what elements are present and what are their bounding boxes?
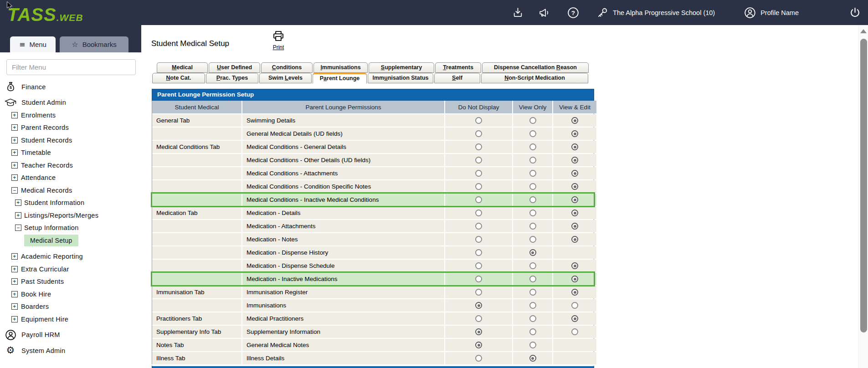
expand-icon[interactable]: +: [11, 162, 18, 169]
school-selector[interactable]: The Alpha Progressive School (10): [596, 6, 715, 20]
radio-do-not-display[interactable]: [475, 170, 482, 177]
radio-view-only[interactable]: [529, 262, 536, 269]
radio-view-only[interactable]: [529, 130, 536, 137]
expand-icon[interactable]: +: [11, 316, 18, 322]
expand-icon[interactable]: +: [11, 266, 18, 272]
sidebar-item-student-records[interactable]: +Student Records: [0, 134, 141, 147]
download-icon[interactable]: [511, 6, 524, 20]
radio-do-not-display[interactable]: [475, 196, 482, 203]
page-scrollbar[interactable]: [858, 25, 868, 368]
expand-icon[interactable]: +: [11, 124, 18, 131]
sidebar-item-student-admin[interactable]: Student Admin: [0, 97, 141, 109]
tab-prac-types[interactable]: Prac. Types: [206, 73, 258, 83]
expand-icon[interactable]: +: [15, 199, 21, 206]
radio-view-only[interactable]: [529, 355, 536, 362]
radio-do-not-display[interactable]: [475, 262, 482, 269]
sidebar-item-medical-setup[interactable]: Medical Setup: [0, 234, 141, 247]
radio-do-not-display[interactable]: [475, 342, 482, 348]
sidebar-item-setup-information[interactable]: −Setup Information: [0, 222, 141, 235]
radio-view-edit[interactable]: [571, 196, 578, 203]
sidebar-item-boarders[interactable]: +Boarders: [0, 301, 141, 313]
radio-do-not-display[interactable]: [475, 130, 482, 137]
radio-do-not-display[interactable]: [475, 302, 482, 309]
radio-do-not-display[interactable]: [475, 355, 482, 362]
menu-tab[interactable]: ≡ Menu: [10, 36, 56, 52]
radio-do-not-display[interactable]: [475, 289, 482, 296]
radio-view-edit[interactable]: [571, 289, 578, 296]
radio-view-only[interactable]: [529, 183, 536, 190]
tab-supplementary[interactable]: Supplementary: [369, 62, 434, 73]
expand-icon[interactable]: +: [11, 278, 18, 285]
tab-medical[interactable]: Medical: [157, 62, 208, 73]
tab-parent-lounge[interactable]: Parent Lounge: [313, 73, 367, 84]
radio-do-not-display[interactable]: [475, 315, 482, 322]
radio-view-edit[interactable]: [571, 210, 578, 216]
collapse-icon[interactable]: −: [11, 187, 18, 194]
radio-view-edit[interactable]: [571, 236, 578, 243]
help-icon[interactable]: ?: [566, 6, 580, 20]
expand-icon[interactable]: +: [11, 137, 18, 143]
expand-icon[interactable]: +: [11, 253, 18, 260]
radio-view-edit[interactable]: [571, 315, 578, 322]
radio-view-edit[interactable]: [571, 117, 578, 124]
tab-note-cat[interactable]: Note Cat.: [152, 73, 205, 83]
radio-view-only[interactable]: [529, 117, 536, 124]
announcements-icon[interactable]: [537, 6, 551, 20]
radio-do-not-display[interactable]: [475, 249, 482, 256]
radio-do-not-display[interactable]: [475, 210, 482, 216]
sidebar-item-teacher-records[interactable]: +Teacher Records: [0, 159, 141, 172]
radio-view-only[interactable]: [529, 276, 536, 282]
tab-immunisations[interactable]: Immunisations: [313, 62, 368, 73]
sidebar-item-attendance[interactable]: +Attendance: [0, 172, 141, 184]
radio-do-not-display[interactable]: [475, 236, 482, 243]
expand-icon[interactable]: +: [11, 149, 18, 156]
radio-view-edit[interactable]: [571, 328, 578, 335]
sidebar-item-timetable[interactable]: +Timetable: [0, 147, 141, 159]
sidebar-item-equipment-hire[interactable]: +Equipment Hire: [0, 313, 141, 326]
radio-view-only[interactable]: [529, 302, 536, 309]
sidebar-item-payroll-hrm[interactable]: Payroll HRM: [0, 329, 141, 342]
radio-do-not-display[interactable]: [475, 117, 482, 124]
radio-view-edit[interactable]: [571, 276, 578, 282]
radio-view-only[interactable]: [529, 143, 536, 150]
radio-view-only[interactable]: [529, 157, 536, 164]
radio-view-edit[interactable]: [571, 143, 578, 150]
radio-view-only[interactable]: [529, 342, 536, 348]
sidebar-item-system-admin[interactable]: ⚙System Admin: [0, 344, 141, 357]
print-button[interactable]: Print: [267, 30, 290, 51]
radio-do-not-display[interactable]: [475, 223, 482, 230]
radio-view-edit[interactable]: [571, 302, 578, 309]
radio-view-only[interactable]: [529, 210, 536, 216]
radio-do-not-display[interactable]: [475, 143, 482, 150]
sidebar-item-enrolments[interactable]: +Enrolments: [0, 109, 141, 122]
radio-view-edit[interactable]: [571, 170, 578, 177]
sidebar-item-listings-reports-merges[interactable]: +Listings/Reports/Merges: [0, 209, 141, 222]
radio-view-only[interactable]: [529, 236, 536, 243]
tab-swim-levels[interactable]: Swim Levels: [259, 73, 312, 83]
expand-icon[interactable]: +: [11, 174, 18, 181]
sidebar-item-academic-reporting[interactable]: +Academic Reporting: [0, 250, 141, 263]
radio-do-not-display[interactable]: [475, 328, 482, 335]
expand-icon[interactable]: +: [11, 291, 18, 297]
sidebar-item-book-hire[interactable]: +Book Hire: [0, 288, 141, 301]
tab-conditions[interactable]: Conditions: [261, 62, 313, 73]
sidebar-item-student-information[interactable]: +Student Information: [0, 197, 141, 210]
tab-dispense-cancellation-reason[interactable]: Dispense Cancellation Reason: [482, 62, 589, 73]
tab-immunisation-status[interactable]: Immunisation Status: [368, 73, 433, 83]
radio-do-not-display[interactable]: [475, 157, 482, 164]
tab-user-defined[interactable]: User Defined: [209, 62, 260, 73]
expand-icon[interactable]: +: [15, 212, 21, 219]
tab-treatments[interactable]: Treatments: [435, 62, 481, 73]
sidebar-item-medical-records[interactable]: −Medical Records: [0, 184, 141, 197]
tab-self-registration[interactable]: Self Registration: [434, 73, 480, 83]
filter-menu-input[interactable]: [6, 59, 136, 75]
radio-view-edit[interactable]: [571, 262, 578, 269]
radio-view-only[interactable]: [529, 196, 536, 203]
bookmarks-tab[interactable]: ☆ Bookmarks: [60, 36, 128, 52]
radio-view-edit[interactable]: [571, 130, 578, 137]
radio-view-only[interactable]: [529, 315, 536, 322]
radio-do-not-display[interactable]: [475, 276, 482, 282]
scrollbar-thumb[interactable]: [860, 39, 867, 332]
sidebar-item-past-students[interactable]: +Past Students: [0, 276, 141, 288]
radio-view-edit[interactable]: [571, 223, 578, 230]
